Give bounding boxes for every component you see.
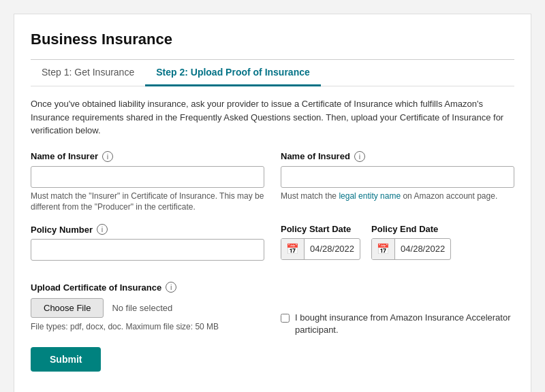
policy-number-group: Policy Number i <box>31 224 264 271</box>
insured-input[interactable] <box>281 166 514 188</box>
page-container: Business Insurance Step 1: Get Insurance… <box>14 14 531 392</box>
info-box: Once you've obtained liability insurance… <box>31 97 514 137</box>
end-date-label: Policy End Date <box>371 224 451 234</box>
choose-file-button[interactable]: Choose File <box>31 298 104 318</box>
choose-file-row: Choose File No file selected <box>31 298 264 318</box>
insurer-label-row: Name of Insurer i <box>31 151 264 162</box>
insured-info-icon[interactable]: i <box>354 151 365 162</box>
insured-hint: Must match the legal entity name on Amaz… <box>281 191 514 202</box>
checkbox-row: I bought insurance from Amazon Insurance… <box>281 312 514 336</box>
policy-number-label-row: Policy Number i <box>31 224 264 235</box>
upload-checkbox-row: Upload Certificate of Insurance i Choose… <box>31 282 514 336</box>
upload-section: Upload Certificate of Insurance i Choose… <box>31 282 264 331</box>
upload-label-row: Upload Certificate of Insurance i <box>31 282 264 293</box>
insurer-input[interactable] <box>31 166 264 188</box>
policy-row: Policy Number i Policy Start Date 📅 04/2… <box>31 224 514 271</box>
file-status: No file selected <box>112 303 172 313</box>
insurer-info-icon[interactable]: i <box>102 151 113 162</box>
insurer-field-group: Name of Insurer i Must match the "Insure… <box>31 151 264 214</box>
upload-info-icon[interactable]: i <box>166 282 176 293</box>
page-title: Business Insurance <box>31 31 514 48</box>
dates-row: Policy Start Date 📅 04/28/2022 Policy En… <box>281 224 514 260</box>
policy-number-input[interactable] <box>31 239 264 261</box>
checkbox-section: I bought insurance from Amazon Insurance… <box>281 282 514 336</box>
end-date-group: Policy End Date 📅 04/28/2022 <box>371 224 451 260</box>
dates-group: Policy Start Date 📅 04/28/2022 Policy En… <box>281 224 514 271</box>
start-date-group: Policy Start Date 📅 04/28/2022 <box>281 224 360 260</box>
tab-upload-proof[interactable]: Step 2: Upload Proof of Insurance <box>145 60 321 86</box>
amazon-insurance-checkbox[interactable] <box>281 313 290 323</box>
start-date-wrapper[interactable]: 📅 04/28/2022 <box>281 238 360 260</box>
insured-label: Name of Insured <box>281 151 350 161</box>
end-date-value: 04/28/2022 <box>395 238 450 260</box>
submit-button[interactable]: Submit <box>31 347 101 372</box>
legal-entity-link[interactable]: legal entity name <box>339 191 401 201</box>
insurer-insured-row: Name of Insurer i Must match the "Insure… <box>31 151 514 214</box>
policy-number-label: Policy Number <box>31 225 93 235</box>
insured-label-row: Name of Insured i <box>281 151 514 162</box>
start-date-value: 04/28/2022 <box>305 238 360 260</box>
upload-label: Upload Certificate of Insurance <box>31 282 161 293</box>
insurer-hint: Must match the "Insurer" in Certificate … <box>31 191 264 214</box>
start-date-calendar-icon[interactable]: 📅 <box>281 239 305 259</box>
checkbox-label: I bought insurance from Amazon Insurance… <box>295 312 514 336</box>
start-date-label: Policy Start Date <box>281 224 360 234</box>
tabs: Step 1: Get Insurance Step 2: Upload Pro… <box>31 60 514 86</box>
tab-get-insurance[interactable]: Step 1: Get Insurance <box>31 60 145 86</box>
insured-field-group: Name of Insured i Must match the legal e… <box>281 151 514 214</box>
file-types-text: File types: pdf, docx, doc. Maximum file… <box>31 322 264 331</box>
end-date-calendar-icon[interactable]: 📅 <box>372 239 395 259</box>
insurer-label: Name of Insurer <box>31 151 98 161</box>
end-date-wrapper[interactable]: 📅 04/28/2022 <box>371 238 451 260</box>
policy-number-info-icon[interactable]: i <box>97 224 108 235</box>
